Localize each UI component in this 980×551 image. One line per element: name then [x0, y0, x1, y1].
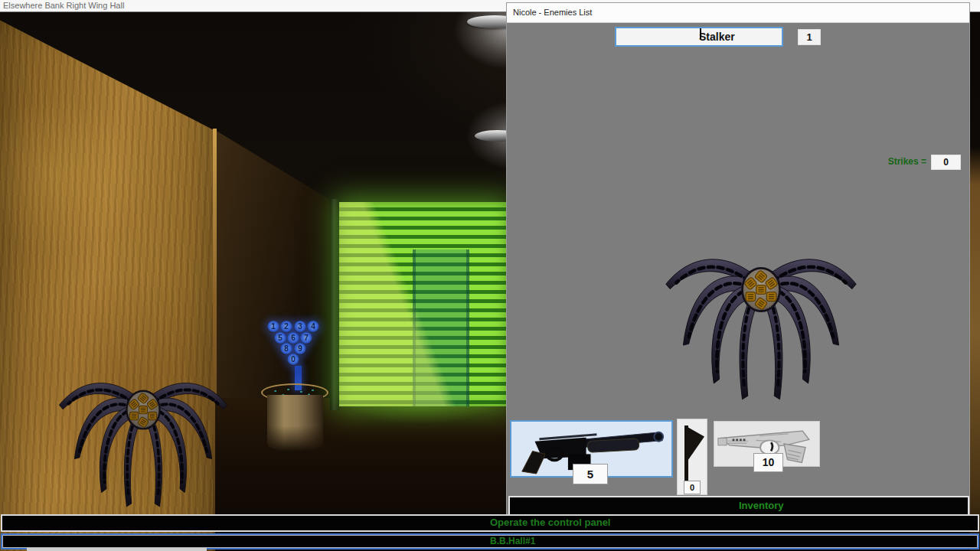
inventory-label: Inventory [739, 497, 784, 514]
enemies-window-title: Nicole - Enemies List [507, 3, 592, 22]
pistol-ammo-count: 10 [753, 453, 783, 472]
right-wall-strip [970, 5, 980, 551]
stalker-portrait [657, 208, 865, 424]
keypad-digit-2[interactable]: 2 [280, 321, 292, 333]
objective-text: Operate the control panel [490, 516, 610, 530]
axe-blade-icon [688, 427, 704, 464]
strikes-value-box: 0 [931, 155, 961, 170]
keypad-digit-0[interactable]: 0 [287, 354, 299, 366]
keypad-digit-4[interactable]: 4 [307, 321, 319, 333]
control-panel-pedestal[interactable] [267, 395, 323, 452]
light-beam-overlay [339, 202, 507, 406]
axe-ammo-count: 0 [684, 481, 701, 494]
enemy-name-value: Stalker [699, 28, 735, 45]
strikes-label: Strikes = [844, 156, 926, 167]
game-screen: 1 2 3 4 5 6 7 8 9 0 Elsewhere Bank Right… [0, 0, 980, 551]
enemies-list-window: Nicole - Enemies List Stalker 1 Strikes … [506, 2, 970, 515]
laser-grid-post [330, 199, 339, 410]
enemy-count-box: 1 [798, 29, 821, 45]
text-caret [700, 28, 701, 39]
objective-bar: Operate the control panel [1, 514, 979, 532]
keypad-digit-1[interactable]: 1 [267, 321, 279, 333]
shotgun-ammo-count: 5 [573, 464, 608, 484]
laser-grid-barrier [339, 202, 507, 406]
keypad-digit-9[interactable]: 9 [294, 343, 306, 355]
background-window-edge [27, 548, 207, 551]
location-bar: B.B.Hall#1 [1, 533, 979, 549]
stalker-enemy[interactable] [47, 354, 239, 513]
enemies-window-titlebar[interactable]: Nicole - Enemies List [507, 3, 969, 23]
main-window-title: Elsewhere Bank Right Wing Hall [0, 0, 124, 11]
location-text: B.B.Hall#1 [490, 535, 535, 547]
keypad-digit-3[interactable]: 3 [294, 321, 306, 333]
inventory-header-bar: Inventory [508, 496, 969, 516]
enemy-name-input[interactable]: Stalker [615, 27, 783, 47]
